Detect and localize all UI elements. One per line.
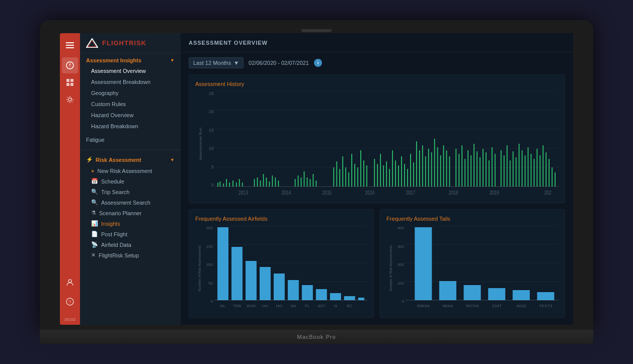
svg-rect-78 xyxy=(434,139,435,187)
svg-rect-37 xyxy=(278,180,279,187)
screen-bezel: ? 2015Z FLIGHTRISK xyxy=(40,20,593,330)
svg-rect-83 xyxy=(449,156,450,187)
nav-label: Hazard Overview xyxy=(91,112,133,118)
svg-rect-59 xyxy=(377,164,378,187)
assessment-history-card: Assessment History Assessments Run 25 20 xyxy=(189,74,565,203)
svg-rect-60 xyxy=(380,154,381,187)
sidebar-item-assessment-search[interactable]: 🔍 Assessment Search xyxy=(80,197,181,208)
tails-y-200: 200 xyxy=(398,262,404,267)
bottom-charts: Frequently Assessed Airfields Number of … xyxy=(189,209,565,318)
airfields-chart-card: Frequently Assessed Airfields Number of … xyxy=(189,209,374,318)
help-icon-btn[interactable]: ? xyxy=(62,294,78,310)
sidebar-item-assessment-breakdown[interactable]: Assessment Breakdown xyxy=(80,76,181,87)
section2-title: ⚡ Risk Assessment xyxy=(86,156,141,163)
svg-rect-161 xyxy=(513,290,530,300)
svg-rect-65 xyxy=(395,160,396,187)
svg-rect-46 xyxy=(333,167,334,187)
svg-rect-41 xyxy=(304,171,305,187)
sidebar-item-scenario-planner[interactable]: ⚗ Scenario Planner xyxy=(80,208,181,218)
svg-rect-28 xyxy=(242,183,243,187)
risk-assessment-section[interactable]: ⚡ Risk Assessment ▼ xyxy=(80,153,181,166)
svg-text:HO: HO xyxy=(276,304,283,308)
airfields-chart-svg: NL TEB WJH UH HO 6A FL 4ST xyxy=(214,226,367,311)
svg-rect-107 xyxy=(528,147,529,187)
svg-rect-32 xyxy=(263,174,264,187)
screen: ? 2015Z FLIGHTRISK xyxy=(60,33,573,325)
x-icon: ✕ xyxy=(91,252,96,258)
sidebar: FLIGHTRISK Assessment Insights ▼ Assessm… xyxy=(80,33,181,325)
svg-rect-160 xyxy=(488,288,505,300)
hamburger-button[interactable] xyxy=(62,38,77,52)
svg-rect-99 xyxy=(504,155,505,187)
gear-icon-btn[interactable] xyxy=(62,92,78,108)
svg-text:202: 202 xyxy=(544,190,551,196)
nav-label: Assessment Search xyxy=(101,200,150,206)
svg-text:WJH: WJH xyxy=(247,304,256,308)
tails-chart-svg: 999XA 98XA 997XA 234T A032 TEST3 xyxy=(406,226,559,311)
laptop-shell: ? 2015Z FLIGHTRISK xyxy=(40,20,593,344)
svg-rect-56 xyxy=(363,160,364,187)
svg-rect-24 xyxy=(229,183,230,187)
svg-rect-29 xyxy=(254,179,255,187)
svg-rect-82 xyxy=(446,150,447,187)
svg-rect-64 xyxy=(392,150,393,187)
svg-rect-103 xyxy=(516,157,517,187)
doc-icon: 📄 xyxy=(91,231,98,237)
sidebar-item-trip-search[interactable]: 🔍 Trip Search xyxy=(80,187,181,197)
svg-marker-1 xyxy=(69,63,71,65)
assessment-insights-section[interactable]: Assessment Insights ▼ xyxy=(80,53,181,65)
svg-rect-92 xyxy=(480,157,481,187)
calendar-icon: 📅 xyxy=(91,178,98,185)
svg-rect-133 xyxy=(260,267,271,300)
sidebar-item-hazard-breakdown[interactable]: Hazard Breakdown xyxy=(80,121,181,132)
svg-rect-30 xyxy=(257,177,258,187)
svg-rect-131 xyxy=(231,247,243,300)
svg-rect-79 xyxy=(437,147,438,187)
content-header: ASSESSMENT OVERVIEW xyxy=(181,33,573,52)
svg-rect-77 xyxy=(431,152,432,187)
sidebar-item-insights[interactable]: 📊 Insights xyxy=(80,218,181,229)
svg-rect-135 xyxy=(288,280,299,300)
info-icon[interactable]: i xyxy=(314,59,322,67)
nav-label: Hazard Breakdown xyxy=(91,123,138,129)
date-range-dropdown[interactable]: Last 12 Months ▼ xyxy=(189,57,244,68)
svg-text:UH: UH xyxy=(262,304,268,308)
bolt-icon: ⚡ xyxy=(86,156,93,163)
laptop-notch xyxy=(301,29,332,32)
svg-rect-23 xyxy=(226,179,227,187)
svg-text:2017: 2017 xyxy=(406,190,415,196)
svg-rect-21 xyxy=(220,181,221,187)
svg-text:2014: 2014 xyxy=(281,190,291,196)
svg-rect-115 xyxy=(551,167,552,187)
svg-text:2019: 2019 xyxy=(490,190,499,196)
svg-rect-88 xyxy=(467,150,468,187)
sidebar-item-schedule[interactable]: 📅 Schedule xyxy=(80,176,181,187)
user-icon-btn[interactable] xyxy=(62,275,78,291)
sidebar-item-custom-rules[interactable]: Custom Rules xyxy=(80,99,181,110)
sidebar-item-hazard-overview[interactable]: Hazard Overview xyxy=(80,110,181,121)
flask-icon: ⚗ xyxy=(91,210,96,216)
fatigue-label[interactable]: Fatigue xyxy=(86,137,105,143)
nav-label: Geography xyxy=(91,90,118,96)
sidebar-item-new-risk[interactable]: + New Risk Assessment xyxy=(80,166,181,176)
section1-title[interactable]: Assessment Insights xyxy=(86,57,141,63)
sidebar-item-post-flight[interactable]: 📄 Post Flight xyxy=(80,229,181,239)
svg-rect-101 xyxy=(510,160,511,187)
sidebar-item-airfield-data[interactable]: 📡 Airfield Data xyxy=(80,239,181,250)
grid-icon-btn[interactable] xyxy=(62,74,78,90)
svg-rect-51 xyxy=(348,172,349,187)
sidebar-item-flightrisk-setup[interactable]: ✕ FlightRisk Setup xyxy=(80,250,181,260)
svg-rect-104 xyxy=(519,144,520,187)
sidebar-item-assessment-overview[interactable]: Assessment Overview xyxy=(80,65,181,76)
svg-rect-95 xyxy=(489,160,490,187)
sidebar-item-geography[interactable]: Geography xyxy=(80,87,181,99)
tails-y-0: 0 xyxy=(402,299,404,304)
compass-icon-btn[interactable] xyxy=(62,57,78,73)
svg-text:NL: NL xyxy=(220,304,226,308)
svg-rect-162 xyxy=(537,292,554,300)
svg-rect-96 xyxy=(492,147,493,187)
svg-rect-76 xyxy=(428,149,429,187)
svg-rect-52 xyxy=(351,154,352,187)
svg-rect-48 xyxy=(339,169,340,187)
svg-rect-132 xyxy=(246,261,257,300)
